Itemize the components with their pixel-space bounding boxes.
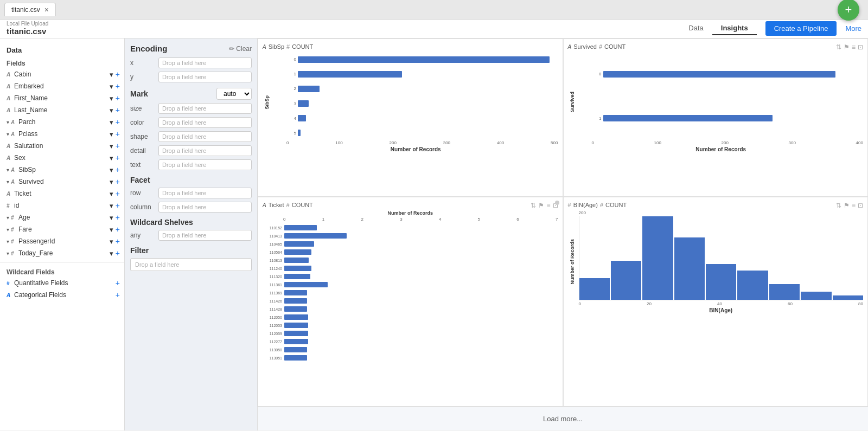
- field-add-age[interactable]: +: [116, 213, 120, 222]
- encoding-any-drop[interactable]: Drop a field here: [158, 230, 252, 241]
- field-item-sex[interactable]: A Sex ▾ +: [0, 152, 124, 164]
- encoding-text-drop[interactable]: Drop a field here: [158, 159, 252, 170]
- more-button[interactable]: More: [845, 24, 861, 33]
- file-tab[interactable]: titanic.csv ×: [4, 3, 56, 16]
- field-filter-parch[interactable]: ▾: [110, 118, 113, 126]
- field-expand-passengerid[interactable]: ▾: [7, 239, 9, 245]
- field-filter-id[interactable]: ▾: [110, 202, 113, 210]
- age-x2: 40: [717, 301, 722, 306]
- field-filter-firstname[interactable]: ▾: [110, 94, 113, 102]
- chart-ticket-list-icon[interactable]: ≡: [546, 202, 550, 209]
- ticket-label-110465: 110465: [263, 242, 282, 246]
- add-button[interactable]: +: [838, 0, 859, 21]
- chart-age-pin-icon[interactable]: ⚑: [844, 202, 850, 209]
- field-item-firstname[interactable]: A First_Name ▾ +: [0, 92, 124, 104]
- field-add-sibsp[interactable]: +: [116, 165, 120, 174]
- field-filter-fare[interactable]: ▾: [110, 226, 113, 234]
- field-add-survived[interactable]: +: [116, 177, 120, 186]
- encoding-text-row: text Drop a field here: [130, 159, 252, 170]
- filter-drop[interactable]: Drop a field here: [130, 258, 252, 271]
- field-item-salutation[interactable]: A Salutation ▾ +: [0, 140, 124, 152]
- field-add-pclass[interactable]: +: [116, 130, 120, 138]
- field-item-embarked[interactable]: A Embarked ▾ +: [0, 80, 124, 92]
- encoding-x-drop[interactable]: Drop a field here: [158, 57, 252, 68]
- field-add-passengerid[interactable]: +: [116, 237, 120, 246]
- wildcard-add-quantitative[interactable]: +: [116, 279, 120, 287]
- field-filter-lastname[interactable]: ▾: [110, 106, 113, 114]
- field-add-todayfare[interactable]: +: [116, 249, 120, 258]
- field-add-ticket[interactable]: +: [116, 189, 120, 198]
- chart-ticket-sort-icon[interactable]: ⇅: [531, 202, 536, 209]
- chart-age-sort-icon[interactable]: ⇅: [836, 202, 841, 209]
- field-filter-age[interactable]: ▾: [110, 214, 113, 222]
- ticket-bar-110813: [284, 258, 309, 263]
- field-item-age[interactable]: ▾ # Age ▾ +: [0, 211, 124, 223]
- field-item-fare[interactable]: ▾ # Fare ▾ +: [0, 223, 124, 235]
- encoding-size-drop[interactable]: Drop a field here: [158, 103, 252, 114]
- chart-survived-pin-icon[interactable]: ⚑: [844, 43, 850, 51]
- field-add-fare[interactable]: +: [116, 225, 120, 234]
- field-item-todayfare[interactable]: ▾ # Today_Fare ▾ +: [0, 247, 124, 259]
- field-filter-sex[interactable]: ▾: [110, 154, 113, 162]
- field-expand-age[interactable]: ▾: [7, 215, 9, 221]
- field-item-passengerid[interactable]: ▾ # PassengerId ▾ +: [0, 235, 124, 247]
- chart-ticket-pin-icon[interactable]: ⚑: [538, 202, 544, 209]
- field-filter-cabin[interactable]: ▾: [110, 70, 113, 79]
- chart-age-list-icon[interactable]: ≡: [852, 202, 856, 209]
- tab-close-button[interactable]: ×: [44, 5, 49, 14]
- field-expand-survived[interactable]: ▾: [7, 179, 9, 185]
- encoding-y-drop[interactable]: Drop a field here: [158, 72, 252, 82]
- field-filter-todayfare[interactable]: ▾: [110, 249, 113, 258]
- field-add-salutation[interactable]: +: [116, 141, 120, 150]
- field-add-parch[interactable]: +: [116, 118, 120, 126]
- field-item-id[interactable]: # id ▾ +: [0, 200, 124, 211]
- field-add-id[interactable]: +: [116, 201, 120, 210]
- field-item-parch[interactable]: ▾ A Parch ▾ +: [0, 116, 124, 128]
- wildcard-categorical[interactable]: A Categorical Fields +: [0, 289, 124, 301]
- field-add-cabin[interactable]: +: [116, 70, 120, 79]
- field-filter-ticket[interactable]: ▾: [110, 190, 113, 198]
- encoding-column-drop[interactable]: Drop a field here: [158, 202, 252, 213]
- field-item-pclass[interactable]: ▾ A Pclass ▾ +: [0, 128, 124, 140]
- field-expand-todayfare[interactable]: ▾: [7, 250, 9, 256]
- load-more-button[interactable]: Load more...: [258, 407, 868, 430]
- field-filter-pclass[interactable]: ▾: [110, 130, 113, 138]
- field-name-survived: Survived: [18, 178, 110, 185]
- wildcard-quantitative[interactable]: # Quantitative Fields +: [0, 277, 124, 289]
- create-pipeline-button[interactable]: Create a Pipeline: [765, 21, 837, 36]
- field-add-lastname[interactable]: +: [116, 106, 120, 114]
- chart-survived-sort-icon[interactable]: ⇅: [836, 43, 841, 51]
- field-expand-sibsp[interactable]: ▾: [7, 167, 9, 173]
- field-filter-salutation[interactable]: ▾: [110, 142, 113, 150]
- field-expand-fare[interactable]: ▾: [7, 227, 9, 233]
- field-filter-embarked[interactable]: ▾: [110, 82, 113, 91]
- ticket-label-111320: 111320: [263, 275, 282, 279]
- field-item-cabin[interactable]: A Cabin ▾ +: [0, 68, 124, 80]
- field-item-ticket[interactable]: A Ticket ▾ +: [0, 188, 124, 200]
- clear-button[interactable]: ✏ Clear: [229, 45, 252, 53]
- field-item-sibsp[interactable]: ▾ A SibSp ▾ +: [0, 164, 124, 176]
- chart-survived-export-icon[interactable]: ⊡: [858, 43, 863, 51]
- encoding-color-drop[interactable]: Drop a field here: [158, 117, 252, 128]
- ticket-x1: 1: [322, 217, 324, 222]
- field-item-lastname[interactable]: A Last_Name ▾ +: [0, 104, 124, 116]
- chart-age-export-icon[interactable]: ⊡: [858, 202, 863, 209]
- field-filter-survived[interactable]: ▾: [110, 178, 113, 186]
- tab-insights[interactable]: Insights: [712, 22, 757, 35]
- field-expand-parch[interactable]: ▾: [7, 119, 9, 125]
- mark-select[interactable]: auto bar line point area: [216, 88, 252, 100]
- field-type-ticket: A: [7, 191, 14, 197]
- wildcard-add-categorical[interactable]: +: [116, 291, 120, 299]
- field-expand-pclass[interactable]: ▾: [7, 131, 9, 137]
- field-filter-passengerid[interactable]: ▾: [110, 237, 113, 246]
- tab-data[interactable]: Data: [680, 22, 712, 35]
- field-item-survived[interactable]: ▾ A Survived ▾ +: [0, 176, 124, 188]
- field-add-embarked[interactable]: +: [116, 82, 120, 91]
- chart-survived-list-icon[interactable]: ≡: [852, 43, 856, 51]
- encoding-detail-drop[interactable]: Drop a field here: [158, 145, 252, 156]
- field-add-sex[interactable]: +: [116, 153, 120, 162]
- encoding-row-drop[interactable]: Drop a field here: [158, 188, 252, 198]
- field-filter-sibsp[interactable]: ▾: [110, 166, 113, 174]
- field-add-firstname[interactable]: +: [116, 94, 120, 102]
- encoding-shape-drop[interactable]: Drop a field here: [158, 131, 252, 142]
